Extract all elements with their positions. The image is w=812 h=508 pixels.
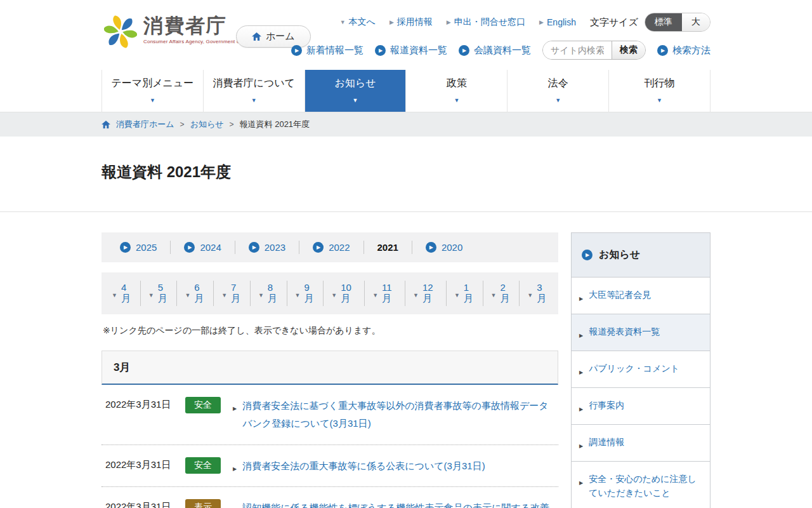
month-section-header: 3月 (102, 351, 558, 385)
month-tab-jun[interactable]: 6月 (176, 281, 213, 306)
caret-down-icon (221, 288, 227, 299)
caret-right-icon (233, 462, 237, 473)
link-expiry-note: ※リンク先のページの一部は終了し、表示できない場合があります。 (103, 325, 557, 337)
caret-right-icon (579, 291, 583, 303)
sidebar-item-minister-press-conference[interactable]: 大臣等記者会見 (572, 277, 710, 314)
caret-right-icon (233, 504, 237, 508)
nav-policy[interactable]: 政策 (405, 70, 507, 112)
circle-arrow-icon (582, 250, 593, 260)
utility-nav: ▼ 本文へ ▶ 採用情報 ▶ 申出・問合せ窓口 ▶ English 文字サイズ … (340, 13, 710, 32)
caret-down-icon (372, 288, 378, 299)
caret-down-icon (657, 93, 662, 105)
font-size-standard-button[interactable]: 標準 (645, 13, 682, 31)
sidebar-item-safety-cautions[interactable]: 安全・安心のために注意していただきたいこと (572, 461, 710, 508)
search-button[interactable]: 検索 (612, 41, 645, 59)
site-header: 消費者庁 Consumer Affairs Agency, Government… (0, 0, 812, 70)
circle-arrow-icon (657, 45, 668, 56)
breadcrumb: 消費者庁ホーム > お知らせ > 報道資料 2021年度 (0, 112, 812, 137)
month-tab-oct[interactable]: 10月 (323, 281, 364, 306)
page-title: 報道資料 2021年度 (102, 162, 710, 182)
link-contact-window[interactable]: ▶ 申出・問合せ窓口 (447, 17, 525, 28)
agency-logo[interactable]: 消費者庁 Consumer Affairs Agency, Government… (104, 15, 257, 51)
news-link[interactable]: 認知機能に係る機能性を標ぼうする機能性表示食品の表示に関する改善指導及び一般消費… (242, 499, 554, 508)
category-badge-safety: 安全 (185, 397, 221, 413)
month-tab-mar[interactable]: 3月 (519, 281, 556, 306)
month-tab-dec[interactable]: 12月 (405, 281, 446, 306)
news-link[interactable]: 消費者安全法の重大事故等に係る公表について(3月31日) (242, 457, 554, 475)
category-badge-labeling: 表示 (185, 499, 221, 508)
caret-down-icon (150, 93, 155, 105)
year-tab-2025[interactable]: 2025 (107, 241, 170, 254)
caret-right-icon: ▶ (447, 19, 451, 25)
caret-down-icon (148, 288, 154, 299)
home-icon (252, 32, 261, 41)
caret-down-icon (331, 288, 337, 299)
caret-down-icon (258, 288, 264, 299)
nav-publications[interactable]: 刊行物 (608, 70, 710, 112)
year-tab-2023[interactable]: 2023 (235, 241, 299, 254)
news-link[interactable]: 消費者安全法に基づく重大事故等以外の消費者事故等の事故情報データバンク登録につい… (242, 397, 554, 432)
global-nav: テーマ別メニュー 消費者庁について お知らせ 政策 法令 刊行物 (0, 70, 812, 112)
news-date: 2022年3月31日 (105, 457, 180, 471)
link-to-main-content[interactable]: ▼ 本文へ (340, 17, 376, 28)
link-press-materials-list[interactable]: 報道資料一覧 (375, 44, 447, 57)
news-row: 2022年3月31日 表示 認知機能に係る機能性を標ぼうする機能性表示食品の表示… (102, 487, 558, 508)
link-new-info-list[interactable]: 新着情報一覧 (291, 44, 363, 57)
circle-arrow-icon (426, 242, 436, 253)
link-meeting-materials-list[interactable]: 会議資料一覧 (459, 44, 531, 57)
caret-down-icon (295, 288, 301, 299)
year-tab-2022[interactable]: 2022 (299, 241, 363, 254)
month-tab-nov[interactable]: 11月 (364, 281, 405, 306)
breadcrumb-home-link[interactable]: 消費者庁ホーム (116, 119, 174, 130)
link-search-help[interactable]: 検索方法 (657, 44, 710, 57)
month-tab-jan[interactable]: 1月 (446, 281, 483, 306)
month-tab-feb[interactable]: 2月 (483, 281, 520, 306)
caret-down-icon (527, 288, 533, 299)
breadcrumb-separator: > (180, 120, 185, 129)
year-tab-2024[interactable]: 2024 (170, 241, 234, 254)
font-size-large-button[interactable]: 大 (682, 13, 710, 31)
news-date: 2022年3月31日 (105, 397, 180, 411)
sidebar-title: お知らせ (599, 248, 640, 262)
sidebar-item-press-release-list[interactable]: 報道発表資料一覧 (572, 314, 710, 351)
nav-news[interactable]: お知らせ (304, 70, 406, 112)
sidebar-item-public-comment[interactable]: パブリック・コメント (572, 351, 710, 387)
link-recruit-info[interactable]: ▶ 採用情報 (390, 17, 433, 28)
caret-right-icon: ▶ (390, 19, 394, 25)
caret-down-icon (454, 93, 459, 105)
month-tab-aug[interactable]: 8月 (250, 281, 287, 306)
nav-about-agency[interactable]: 消費者庁について (203, 70, 304, 112)
month-tab-sep[interactable]: 9月 (287, 281, 324, 306)
content-area: 2025 2024 2023 2022 2021 (0, 212, 812, 508)
caret-right-icon (579, 365, 583, 377)
breadcrumb-current: 報道資料 2021年度 (240, 119, 310, 130)
caret-down-icon (353, 93, 358, 105)
font-size-label: 文字サイズ (590, 17, 638, 29)
breadcrumb-news-link[interactable]: お知らせ (190, 119, 224, 130)
news-row: 2022年3月31日 安全 消費者安全法の重大事故等に係る公表について(3月31… (102, 445, 558, 488)
sidebar-item-procurement-info[interactable]: 調達情報 (572, 424, 710, 461)
font-size-switch: 標準 大 (645, 13, 710, 32)
category-badge-safety: 安全 (185, 457, 221, 474)
nav-laws[interactable]: 法令 (507, 70, 608, 112)
month-tab-may[interactable]: 5月 (140, 281, 177, 306)
link-english[interactable]: ▶ English (539, 17, 576, 27)
caret-right-icon (579, 439, 583, 450)
circle-arrow-icon (459, 45, 469, 56)
circle-arrow-icon (184, 242, 195, 253)
sidebar-column: お知らせ 大臣等記者会見 報道発表資料一覧 パブリック・コメント 行事案内 (571, 232, 710, 508)
circle-arrow-icon (249, 242, 259, 253)
site-search-box: 検索 (542, 41, 646, 60)
nav-theme-menu[interactable]: テーマ別メニュー (102, 70, 203, 112)
month-tab-apr[interactable]: 4月 (104, 281, 140, 306)
pinwheel-logo-icon (104, 15, 137, 51)
year-tab-2020[interactable]: 2020 (412, 241, 476, 254)
caret-right-icon (233, 401, 237, 413)
month-tabs: 4月 5月 6月 7月 8月 9月 10月 11月 12月 1月 2月 3月 (102, 272, 558, 314)
breadcrumb-separator: > (230, 120, 234, 129)
month-tab-jul[interactable]: 7月 (213, 281, 250, 306)
circle-arrow-icon (291, 45, 302, 56)
search-input[interactable] (543, 41, 612, 59)
caret-down-icon: ▼ (340, 19, 346, 25)
sidebar-item-event-guide[interactable]: 行事案内 (572, 387, 710, 424)
